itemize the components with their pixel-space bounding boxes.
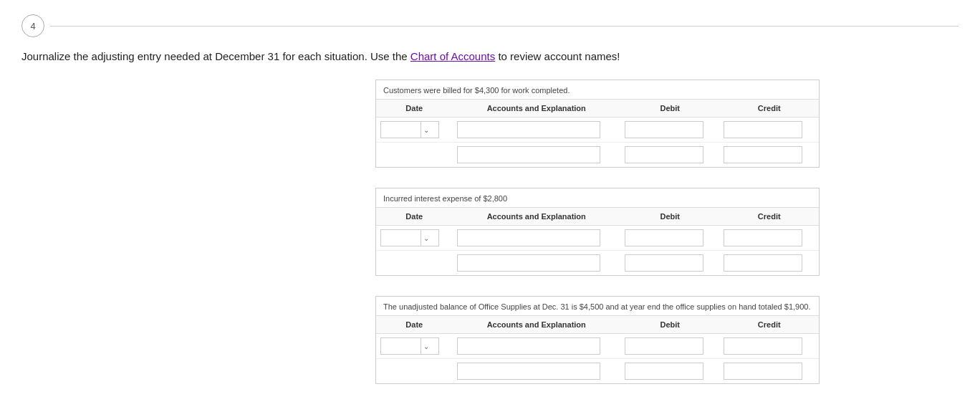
journal-header-row-1: Date Accounts and Explanation Debit Cred… bbox=[376, 100, 819, 118]
table-row bbox=[376, 143, 819, 168]
date-cell-empty-2 bbox=[376, 251, 453, 276]
date-cell-empty bbox=[376, 143, 453, 168]
debit-cell-1-2 bbox=[620, 143, 720, 168]
journal-table-2: Date Accounts and Explanation Debit Cred… bbox=[376, 208, 819, 275]
journal-card-2: Incurred interest expense of $2,800 Date… bbox=[375, 188, 820, 276]
col-accounts-3: Accounts and Explanation bbox=[453, 316, 620, 334]
credit-cell-2-1 bbox=[719, 226, 819, 251]
date-input-wrapper-3[interactable]: ⌄ bbox=[380, 337, 439, 355]
debit-input-2-1[interactable] bbox=[625, 229, 703, 246]
journal-description-2: Incurred interest expense of $2,800 bbox=[376, 188, 819, 208]
date-chevron-1-1[interactable]: ⌄ bbox=[421, 122, 431, 138]
step-indicator: 4 bbox=[21, 14, 959, 37]
date-cell: ⌄ bbox=[376, 118, 453, 143]
credit-cell-3-1 bbox=[719, 334, 819, 359]
account-input-1-1[interactable] bbox=[457, 121, 600, 138]
date-cell-3-1: ⌄ bbox=[376, 334, 453, 359]
date-cell-2-1: ⌄ bbox=[376, 226, 453, 251]
credit-input-1-2[interactable] bbox=[724, 146, 802, 163]
date-cell-empty-3 bbox=[376, 359, 453, 384]
debit-cell-2-2 bbox=[620, 251, 720, 276]
table-row bbox=[376, 251, 819, 276]
debit-input-3-1[interactable] bbox=[625, 337, 703, 355]
journal-header-row-2: Date Accounts and Explanation Debit Cred… bbox=[376, 208, 819, 226]
col-date-2: Date bbox=[376, 208, 453, 226]
col-debit-2: Debit bbox=[620, 208, 720, 226]
col-debit-1: Debit bbox=[620, 100, 720, 118]
col-date-1: Date bbox=[376, 100, 453, 118]
journal-table-3: Date Accounts and Explanation Debit Cred… bbox=[376, 316, 819, 383]
step-line bbox=[50, 26, 959, 27]
debit-cell-2-1 bbox=[620, 226, 720, 251]
table-row: ⌄ bbox=[376, 226, 819, 251]
account-input-3-1[interactable] bbox=[457, 337, 600, 355]
credit-cell-1-1 bbox=[719, 118, 819, 143]
account-cell-1-1 bbox=[453, 118, 620, 143]
col-credit-3: Credit bbox=[719, 316, 819, 334]
journal-container: Customers were billed for $4,300 for wor… bbox=[236, 80, 959, 384]
journal-description-3: The unadjusted balance of Office Supplie… bbox=[376, 297, 819, 316]
date-input-3-1[interactable] bbox=[381, 340, 421, 352]
date-input-wrapper[interactable]: ⌄ bbox=[380, 121, 439, 138]
credit-input-1-1[interactable] bbox=[724, 121, 802, 138]
col-date-3: Date bbox=[376, 316, 453, 334]
date-chevron-3-1[interactable]: ⌄ bbox=[421, 338, 431, 354]
instructions-text-before: Journalize the adjusting entry needed at… bbox=[21, 50, 410, 62]
account-cell-2-1 bbox=[453, 226, 620, 251]
credit-input-2-1[interactable] bbox=[724, 229, 802, 246]
date-chevron-2-1[interactable]: ⌄ bbox=[421, 230, 431, 246]
journal-card-1: Customers were billed for $4,300 for wor… bbox=[375, 80, 820, 168]
account-input-1-2[interactable] bbox=[457, 146, 600, 163]
debit-input-1-1[interactable] bbox=[625, 121, 703, 138]
step-number: 4 bbox=[21, 14, 44, 37]
debit-cell-3-2 bbox=[620, 359, 720, 384]
journal-table-1: Date Accounts and Explanation Debit Cred… bbox=[376, 100, 819, 167]
journal-card-3: The unadjusted balance of Office Supplie… bbox=[375, 296, 820, 384]
journal-header-row-3: Date Accounts and Explanation Debit Cred… bbox=[376, 316, 819, 334]
credit-input-3-1[interactable] bbox=[724, 337, 802, 355]
credit-cell-2-2 bbox=[719, 251, 819, 276]
account-cell-2-2 bbox=[453, 251, 620, 276]
instructions-text-after: to review account names! bbox=[495, 50, 620, 62]
account-input-2-1[interactable] bbox=[457, 229, 600, 246]
debit-cell-1-1 bbox=[620, 118, 720, 143]
account-input-3-2[interactable] bbox=[457, 363, 600, 380]
credit-cell-3-2 bbox=[719, 359, 819, 384]
col-accounts-2: Accounts and Explanation bbox=[453, 208, 620, 226]
col-credit-2: Credit bbox=[719, 208, 819, 226]
chart-of-accounts-link[interactable]: Chart of Accounts bbox=[410, 50, 495, 62]
credit-input-3-2[interactable] bbox=[724, 363, 802, 380]
debit-input-1-2[interactable] bbox=[625, 146, 703, 163]
account-cell-1-2 bbox=[453, 143, 620, 168]
account-cell-3-1 bbox=[453, 334, 620, 359]
col-credit-1: Credit bbox=[719, 100, 819, 118]
credit-input-2-2[interactable] bbox=[724, 254, 802, 272]
col-accounts-1: Accounts and Explanation bbox=[453, 100, 620, 118]
table-row bbox=[376, 359, 819, 384]
debit-input-3-2[interactable] bbox=[625, 363, 703, 380]
account-input-2-2[interactable] bbox=[457, 254, 600, 272]
debit-cell-3-1 bbox=[620, 334, 720, 359]
credit-cell-1-2 bbox=[719, 143, 819, 168]
table-row: ⌄ bbox=[376, 334, 819, 359]
col-debit-3: Debit bbox=[620, 316, 720, 334]
table-row: ⌄ bbox=[376, 118, 819, 143]
date-input-1-1[interactable] bbox=[381, 124, 421, 135]
debit-input-2-2[interactable] bbox=[625, 254, 703, 272]
account-cell-3-2 bbox=[453, 359, 620, 384]
instructions: Journalize the adjusting entry needed at… bbox=[21, 50, 959, 62]
date-input-wrapper-2[interactable]: ⌄ bbox=[380, 229, 439, 246]
date-input-2-1[interactable] bbox=[381, 232, 421, 244]
journal-description-1: Customers were billed for $4,300 for wor… bbox=[376, 80, 819, 100]
